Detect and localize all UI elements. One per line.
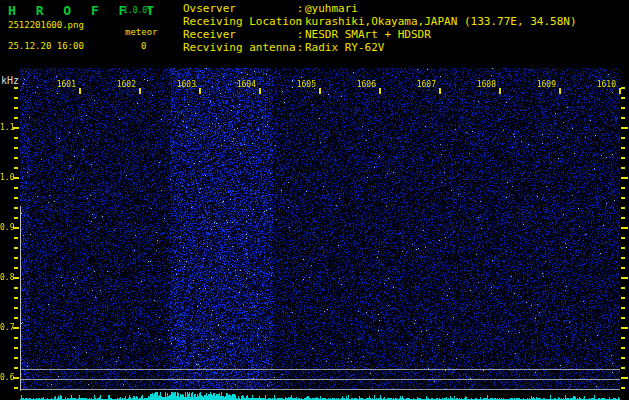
y-axis-minor-tick: [14, 217, 18, 219]
y-axis-tick-right: [621, 227, 628, 229]
spectrogram-canvas: [20, 68, 620, 390]
y-axis-label: 0.8: [0, 273, 14, 282]
y-axis-minor-tick: [14, 167, 18, 169]
y-axis-tick: [13, 377, 19, 379]
y-axis-minor-tick: [14, 247, 18, 249]
y-axis-minor-tick-right: [621, 217, 625, 219]
y-axis-minor-tick-right: [621, 87, 625, 89]
y-axis-minor-tick-right: [621, 317, 625, 319]
info-row-receiver: Receiver:NESDR SMArt + HDSDR: [183, 28, 577, 41]
y-axis-minor-tick-right: [621, 167, 625, 169]
y-axis-label: 1.0: [0, 173, 14, 182]
y-axis-minor-tick: [14, 157, 18, 159]
meteor-count-value: 0: [141, 41, 146, 51]
x-axis-label: 1602: [96, 80, 136, 89]
y-axis-tick: [13, 177, 19, 179]
y-axis-minor-tick: [14, 87, 18, 89]
info-label: Receiver: [183, 28, 295, 41]
y-axis-minor-tick: [14, 107, 18, 109]
y-axis-tick: [13, 327, 19, 329]
x-axis-tick: [79, 88, 81, 94]
y-axis-minor-tick: [14, 317, 18, 319]
y-axis-minor-tick-right: [621, 247, 625, 249]
y-axis-minor-tick: [14, 337, 18, 339]
x-axis-tick: [139, 88, 141, 94]
y-axis-tick-right: [621, 177, 628, 179]
y-axis-minor-tick-right: [621, 347, 625, 349]
y-axis-minor-tick-right: [621, 157, 625, 159]
y-axis-minor-tick-right: [621, 207, 625, 209]
y-axis-tick: [13, 227, 19, 229]
y-axis-tick-right: [621, 277, 628, 279]
y-axis-minor-tick: [14, 367, 18, 369]
info-row-observer: Ovserver:@yuhmari: [183, 2, 577, 15]
y-axis-label: 0.9: [0, 223, 14, 232]
vertical-marker-line: [20, 206, 21, 391]
y-axis-label: 0.7: [0, 323, 14, 332]
info-value: NESDR SMArt + HDSDR: [305, 28, 431, 41]
y-axis-minor-tick: [14, 357, 18, 359]
x-axis-tick: [499, 88, 501, 94]
y-axis-minor-tick: [14, 287, 18, 289]
colon: :: [295, 41, 305, 54]
y-axis-minor-tick-right: [621, 297, 625, 299]
info-label: Ovserver: [183, 2, 295, 15]
x-axis-label: 1610: [576, 80, 616, 89]
y-axis-minor-tick: [14, 137, 18, 139]
reference-line: [20, 389, 620, 390]
y-axis-label: 0.6: [0, 373, 14, 382]
x-axis-tick: [439, 88, 441, 94]
y-axis-minor-tick-right: [621, 147, 625, 149]
y-axis-minor-tick: [14, 187, 18, 189]
y-axis-label: 1.1: [0, 123, 14, 132]
info-label: Receiving Location: [183, 15, 295, 28]
x-axis-label: 1601: [36, 80, 76, 89]
info-value: kurashiki,Okayama,JAPAN (133.77E, 34.58N…: [305, 15, 577, 28]
info-label: Recviving antenna: [183, 41, 295, 54]
y-axis-minor-tick-right: [621, 237, 625, 239]
y-axis-tick-right: [621, 377, 628, 379]
y-axis-minor-tick-right: [621, 387, 625, 389]
y-axis-tick: [13, 277, 19, 279]
info-row-antenna: Recviving antenna:Radix RY-62V: [183, 41, 577, 54]
y-axis-minor-tick-right: [621, 137, 625, 139]
y-axis-minor-tick-right: [621, 117, 625, 119]
y-axis-tick-right: [621, 127, 628, 129]
y-axis-minor-tick-right: [621, 307, 625, 309]
x-axis-tick: [559, 88, 561, 94]
x-axis-label: 1609: [516, 80, 556, 89]
output-filename: 2512201600.png: [8, 20, 84, 30]
x-axis-label: 1607: [396, 80, 436, 89]
mode-label: meteor: [125, 27, 158, 37]
y-axis-minor-tick-right: [621, 257, 625, 259]
timestamp: 25.12.20 16:00: [8, 41, 84, 51]
info-value: @yuhmari: [305, 2, 358, 15]
y-axis-minor-tick-right: [621, 337, 625, 339]
y-axis-minor-tick: [14, 147, 18, 149]
y-axis-minor-tick-right: [621, 367, 625, 369]
x-axis-label: 1605: [276, 80, 316, 89]
y-axis-minor-tick: [14, 237, 18, 239]
y-axis-minor-tick-right: [621, 267, 625, 269]
y-axis-minor-tick-right: [621, 107, 625, 109]
colon: :: [295, 28, 305, 41]
x-axis-label: 1603: [156, 80, 196, 89]
colon: :: [295, 2, 305, 15]
y-axis-minor-tick-right: [621, 287, 625, 289]
y-axis-tick: [13, 127, 19, 129]
y-axis-tick-right: [621, 327, 628, 329]
hrofft-window: H R O F F T 1.0.0f 2512201600.png meteor…: [0, 0, 629, 400]
y-axis-minor-tick: [14, 347, 18, 349]
info-value: Radix RY-62V: [305, 41, 384, 54]
info-row-location: Receiving Location:kurashiki,Okayama,JAP…: [183, 15, 577, 28]
reference-line: [20, 379, 620, 380]
x-axis-tick: [199, 88, 201, 94]
x-axis-tick: [259, 88, 261, 94]
x-axis-label: 1608: [456, 80, 496, 89]
observer-info-block: Ovserver:@yuhmari Receiving Location:kur…: [183, 2, 577, 54]
signal-level-strip-canvas: [20, 390, 620, 400]
y-axis-minor-tick: [14, 207, 18, 209]
y-axis-minor-tick-right: [621, 97, 625, 99]
y-axis-minor-tick: [14, 307, 18, 309]
x-axis-tick: [319, 88, 321, 94]
